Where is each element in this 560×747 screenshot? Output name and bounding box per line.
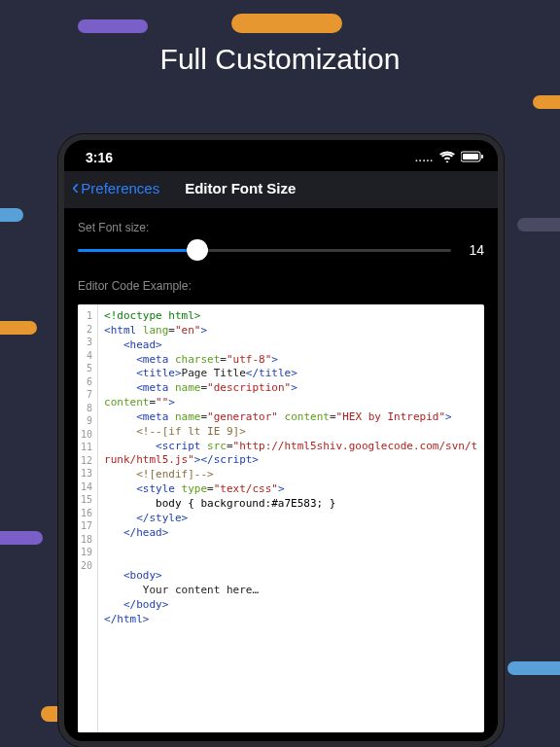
accent-pill bbox=[0, 208, 23, 222]
accent-pill bbox=[0, 531, 43, 545]
back-button[interactable]: Preferences bbox=[81, 180, 159, 196]
accent-pill bbox=[533, 95, 560, 109]
font-size-slider[interactable] bbox=[78, 240, 451, 260]
line-gutter: 1 2 3 4 5 6 7 8 9 10 11 12 13 14 15 16 1… bbox=[78, 304, 98, 732]
example-label: Editor Code Example: bbox=[64, 267, 498, 299]
status-time: 3:16 bbox=[86, 150, 113, 165]
tablet-frame: 3:16 ..... ‹ Preferences Editor Font Siz… bbox=[58, 134, 504, 747]
svg-rect-1 bbox=[463, 154, 478, 160]
accent-pill bbox=[0, 321, 37, 335]
page-title: Editor Font Size bbox=[185, 180, 296, 196]
navbar: ‹ Preferences Editor Font Size bbox=[64, 171, 498, 209]
code-content: <!doctype html> <html lang="en"> <head> … bbox=[98, 304, 484, 732]
cellular-dots-icon: ..... bbox=[415, 153, 434, 163]
accent-pill bbox=[231, 14, 342, 33]
hero-title: Full Customization bbox=[0, 43, 560, 76]
accent-pill bbox=[78, 19, 148, 33]
svg-rect-2 bbox=[481, 155, 483, 159]
set-font-label: Set Font size: bbox=[64, 209, 498, 240]
battery-icon bbox=[461, 150, 484, 165]
accent-pill bbox=[508, 661, 560, 675]
back-chevron-icon[interactable]: ‹ bbox=[72, 177, 79, 198]
font-size-value: 14 bbox=[465, 242, 484, 258]
accent-pill bbox=[517, 218, 560, 231]
status-bar: 3:16 ..... bbox=[64, 140, 498, 171]
code-editor: 1 2 3 4 5 6 7 8 9 10 11 12 13 14 15 16 1… bbox=[78, 304, 484, 732]
wifi-icon bbox=[439, 150, 455, 165]
